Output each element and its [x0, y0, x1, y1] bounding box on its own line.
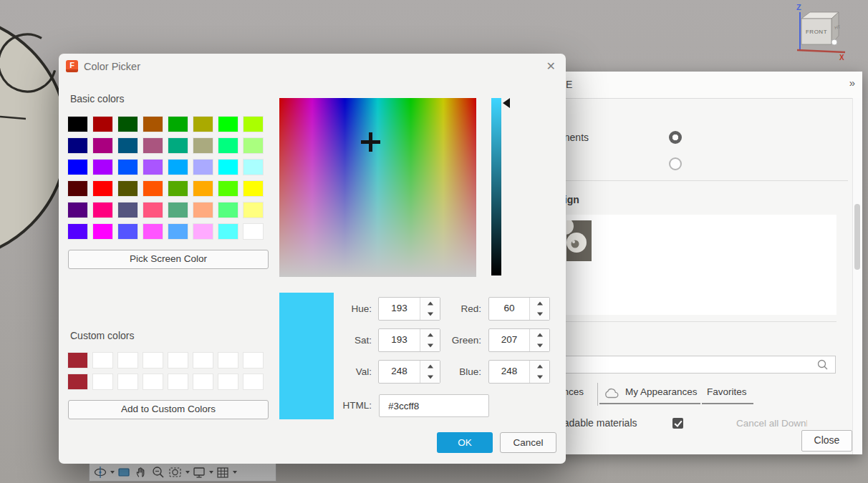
color-swatch[interactable]: [243, 374, 263, 389]
color-swatch[interactable]: [243, 181, 263, 196]
scrollbar-thumb[interactable]: [854, 204, 860, 270]
pan-icon[interactable]: [132, 464, 150, 480]
color-swatch[interactable]: [143, 181, 163, 196]
color-swatch[interactable]: [118, 160, 138, 175]
close-icon[interactable]: ✕: [546, 59, 556, 73]
color-swatch[interactable]: [93, 374, 112, 389]
display-dropdown-caret[interactable]: [208, 464, 214, 480]
radio-selected[interactable]: [669, 131, 682, 144]
color-swatch[interactable]: [93, 353, 112, 368]
color-swatch[interactable]: [93, 203, 112, 218]
color-swatch[interactable]: [168, 374, 188, 389]
close-button[interactable]: Close: [801, 430, 852, 452]
spin-down-button[interactable]: [530, 309, 549, 321]
cancel-button[interactable]: Cancel: [500, 432, 556, 453]
grid-dropdown-caret[interactable]: [231, 464, 238, 480]
spin-up-button[interactable]: [530, 361, 549, 372]
color-swatch[interactable]: [118, 117, 138, 132]
fit-icon[interactable]: [167, 464, 184, 480]
color-swatch[interactable]: [68, 117, 87, 132]
color-swatch[interactable]: [118, 353, 138, 368]
tab-my-appearances[interactable]: My Appearances: [625, 386, 698, 397]
value-slider[interactable]: [491, 98, 501, 275]
color-swatch[interactable]: [168, 117, 188, 132]
color-swatch[interactable]: [143, 224, 163, 239]
color-swatch[interactable]: [243, 160, 263, 175]
html-color-input[interactable]: [379, 394, 489, 417]
blue-value[interactable]: 248: [489, 361, 529, 383]
tab-favorites[interactable]: Favorites: [707, 386, 747, 397]
color-swatch[interactable]: [193, 117, 213, 132]
display-settings-icon[interactable]: [191, 464, 208, 480]
color-swatch[interactable]: [218, 138, 238, 153]
green-value[interactable]: 207: [489, 329, 529, 351]
pick-screen-color-button[interactable]: Pick Screen Color: [68, 250, 269, 269]
color-swatch[interactable]: [143, 353, 163, 368]
zoom-icon[interactable]: [150, 464, 167, 480]
color-swatch[interactable]: [168, 138, 188, 153]
color-swatch[interactable]: [193, 203, 213, 218]
hue-saturation-square[interactable]: [279, 98, 476, 277]
color-swatch[interactable]: [218, 160, 238, 175]
hue-value[interactable]: 193: [379, 298, 420, 320]
color-swatch[interactable]: [118, 374, 138, 389]
color-swatch[interactable]: [218, 374, 238, 389]
add-to-custom-colors-button[interactable]: Add to Custom Colors: [68, 400, 269, 419]
color-swatch[interactable]: [168, 181, 188, 196]
spin-down-button[interactable]: [530, 341, 549, 352]
spin-up-button[interactable]: [530, 329, 549, 341]
ok-button[interactable]: OK: [437, 432, 493, 453]
spin-down-button[interactable]: [530, 372, 549, 384]
color-swatch[interactable]: [218, 181, 238, 196]
color-swatch[interactable]: [193, 374, 213, 389]
color-swatch[interactable]: [93, 138, 112, 153]
color-swatch[interactable]: [68, 353, 87, 368]
color-swatch[interactable]: [218, 203, 238, 218]
color-swatch[interactable]: [93, 117, 112, 132]
color-swatch[interactable]: [68, 203, 87, 218]
color-swatch[interactable]: [143, 374, 163, 389]
color-swatch[interactable]: [168, 203, 188, 218]
color-swatch[interactable]: [93, 160, 112, 175]
orbit-icon[interactable]: [92, 464, 109, 480]
orbit-dropdown-caret[interactable]: [109, 464, 115, 480]
color-swatch[interactable]: [218, 117, 238, 132]
color-swatch[interactable]: [118, 138, 138, 153]
appearance-thumbnail[interactable]: [566, 220, 592, 261]
color-swatch[interactable]: [118, 203, 138, 218]
color-swatch[interactable]: [143, 160, 163, 175]
color-swatch[interactable]: [68, 224, 87, 239]
color-swatch[interactable]: [193, 224, 213, 239]
color-swatch[interactable]: [118, 224, 138, 239]
color-swatch[interactable]: [168, 160, 188, 175]
fit-dropdown-caret[interactable]: [184, 464, 191, 480]
materials-checkbox[interactable]: [672, 418, 683, 429]
color-swatch[interactable]: [193, 353, 213, 368]
look-at-icon[interactable]: [115, 464, 132, 480]
color-swatch[interactable]: [193, 181, 213, 196]
collapse-panel-icon[interactable]: »: [849, 77, 855, 89]
color-swatch[interactable]: [143, 138, 163, 153]
color-swatch[interactable]: [243, 203, 263, 218]
appearance-search-input[interactable]: [569, 358, 809, 373]
val-value[interactable]: 248: [379, 361, 420, 383]
color-swatch[interactable]: [93, 224, 112, 239]
color-swatch[interactable]: [193, 160, 213, 175]
color-swatch[interactable]: [143, 117, 163, 132]
grid-icon[interactable]: [214, 464, 231, 480]
panel-scrollbar[interactable]: [852, 98, 862, 454]
color-swatch[interactable]: [193, 138, 213, 153]
color-swatch[interactable]: [218, 353, 238, 368]
color-swatch[interactable]: [68, 138, 87, 153]
radio-unselected[interactable]: [669, 157, 682, 170]
color-swatch[interactable]: [68, 374, 87, 389]
red-value[interactable]: 60: [489, 298, 529, 320]
color-swatch[interactable]: [243, 138, 263, 153]
slider-arrow-indicator[interactable]: [503, 98, 510, 108]
color-swatch[interactable]: [168, 353, 188, 368]
sat-value[interactable]: 193: [379, 329, 420, 351]
color-swatch[interactable]: [118, 181, 138, 196]
color-swatch[interactable]: [168, 224, 188, 239]
color-swatch[interactable]: [243, 353, 263, 368]
spin-up-button[interactable]: [530, 298, 549, 309]
